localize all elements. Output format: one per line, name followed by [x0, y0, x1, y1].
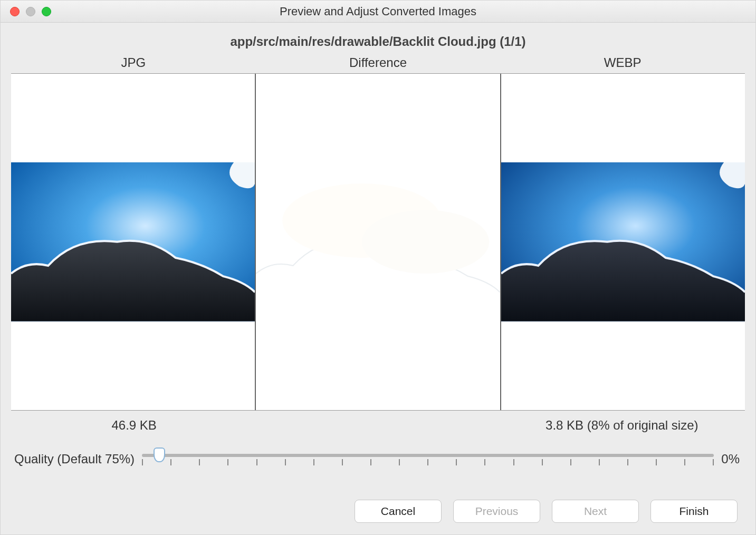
original-image-pane [11, 74, 255, 410]
original-size-label: 46.9 KB [12, 418, 256, 433]
col-header-right: WEBP [500, 55, 745, 70]
svg-point-3 [362, 210, 489, 274]
difference-image-pane [256, 74, 500, 410]
previous-button[interactable]: Previous [453, 500, 540, 523]
size-row: 46.9 KB 3.8 KB (8% of original size) [12, 418, 744, 433]
file-path-label: app/src/main/res/drawable/Backlit Cloud.… [11, 34, 745, 49]
quality-value: 0% [721, 452, 744, 466]
cancel-button[interactable]: Cancel [355, 500, 442, 523]
dialog-window: Preview and Adjust Converted Images app/… [0, 0, 756, 535]
converted-size-label: 3.8 KB (8% of original size) [500, 418, 744, 433]
button-row: Cancel Previous Next Finish [1, 497, 755, 534]
converted-image-pane [501, 74, 745, 410]
preview-panes [11, 73, 745, 411]
quality-slider[interactable] [142, 449, 714, 470]
finish-button[interactable]: Finish [650, 500, 738, 523]
next-button[interactable]: Next [552, 500, 639, 523]
col-header-left: JPG [11, 55, 256, 70]
quality-row: Quality (Default 75%) 0% [12, 449, 744, 470]
original-image [11, 162, 255, 322]
window-title: Preview and Adjust Converted Images [1, 5, 755, 18]
column-headers: JPG Difference WEBP [11, 55, 745, 70]
col-header-middle: Difference [256, 55, 501, 70]
difference-image [256, 162, 500, 322]
quality-label: Quality (Default 75%) [12, 452, 135, 466]
converted-image [501, 162, 745, 322]
titlebar: Preview and Adjust Converted Images [1, 1, 755, 23]
